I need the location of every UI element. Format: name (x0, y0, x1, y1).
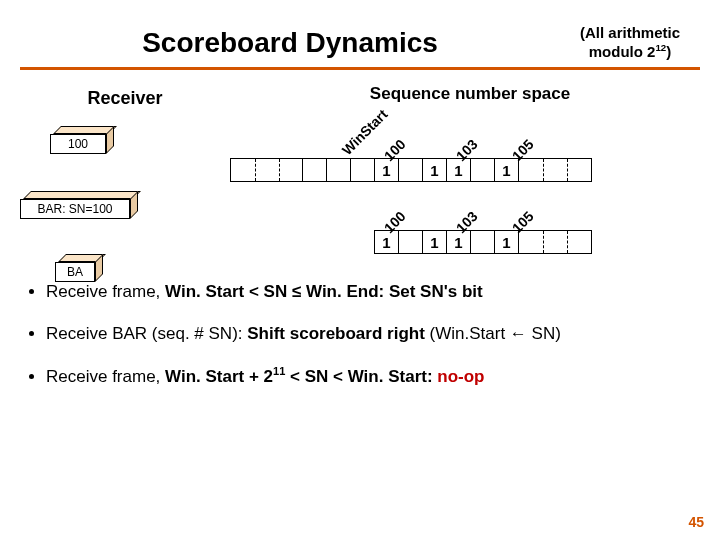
cell: 1 (423, 159, 447, 181)
dash-group (519, 231, 591, 253)
frame-box-100-label: 100 (68, 137, 88, 151)
bullet-1: Receive frame, Win. Start < SN ≤ Win. En… (46, 276, 692, 308)
cell (399, 159, 423, 181)
slide: Scoreboard Dynamics (All arithmetic modu… (0, 0, 720, 540)
b1-pre: Receive frame, (46, 282, 165, 301)
b2-mid: Shift scoreboard right (247, 324, 425, 343)
scoreboard-2: 1 1 1 1 (374, 230, 592, 254)
cell: 1 (447, 231, 471, 253)
bar-box: BAR: SN=100 (20, 199, 130, 219)
b3-pre: Receive frame, (46, 367, 165, 386)
board1-wrap: WinStart 100 103 105 1 1 1 1 (220, 112, 720, 180)
cell (351, 159, 375, 181)
bullet-list: Receive frame, Win. Start < SN ≤ Win. En… (0, 262, 720, 393)
note-l1: (All arithmetic (580, 24, 680, 41)
ba-box-label: BA (67, 265, 83, 279)
b2-post-a: (Win.Start (425, 324, 510, 343)
slide-number: 45 (688, 514, 704, 530)
b3-post: no-op (433, 367, 485, 386)
bar-box-label: BAR: SN=100 (37, 202, 112, 216)
sequence-label: Sequence number space (220, 84, 720, 104)
left-column: Receiver 100 BAR: SN=100 BA (0, 84, 220, 109)
note-exp: 12 (655, 42, 666, 53)
cell: 1 (423, 231, 447, 253)
content-row: Receiver 100 BAR: SN=100 BA Sequence nu (0, 84, 720, 262)
scoreboard-1: 1 1 1 1 (230, 158, 592, 182)
cell: 1 (495, 159, 519, 181)
right-column: Sequence number space WinStart 100 103 1… (220, 84, 720, 262)
bullet-2: Receive BAR (seq. # SN): Shift scoreboar… (46, 318, 692, 350)
dash-group (519, 159, 591, 181)
b1-post: Set SN's bit (384, 282, 483, 301)
b2-pre: Receive BAR (seq. # SN): (46, 324, 247, 343)
note-l2: modulo 2 (589, 43, 656, 60)
frame-box-100: 100 (50, 134, 106, 154)
cell (399, 231, 423, 253)
b1-mid: Win. Start < SN ≤ Win. End: (165, 282, 384, 301)
cell (471, 159, 495, 181)
cell (327, 159, 351, 181)
dash-group (231, 159, 303, 181)
note-l2e: ) (666, 43, 671, 60)
title-row: Scoreboard Dynamics (All arithmetic modu… (0, 0, 720, 67)
bullet-3: Receive frame, Win. Start + 211 < SN < W… (46, 361, 692, 393)
title-rule (20, 67, 700, 70)
b3-exp: 11 (273, 365, 285, 377)
cell: 1 (495, 231, 519, 253)
b3-mid: Win. Start + 2 (165, 367, 273, 386)
cell: 1 (375, 231, 399, 253)
b2-post-b: SN) (527, 324, 561, 343)
receiver-label: Receiver (30, 88, 220, 109)
cell (303, 159, 327, 181)
slide-title: Scoreboard Dynamics (20, 27, 560, 59)
cell: 1 (447, 159, 471, 181)
board2-wrap: 100 103 105 1 1 1 1 (220, 188, 720, 254)
arithmetic-note: (All arithmetic modulo 212) (560, 24, 700, 61)
ba-box: BA (55, 262, 95, 282)
cell (471, 231, 495, 253)
cell: 1 (375, 159, 399, 181)
left-arrow-icon: ← (510, 324, 527, 343)
b3-mid2: < SN < Win. Start: (285, 367, 432, 386)
